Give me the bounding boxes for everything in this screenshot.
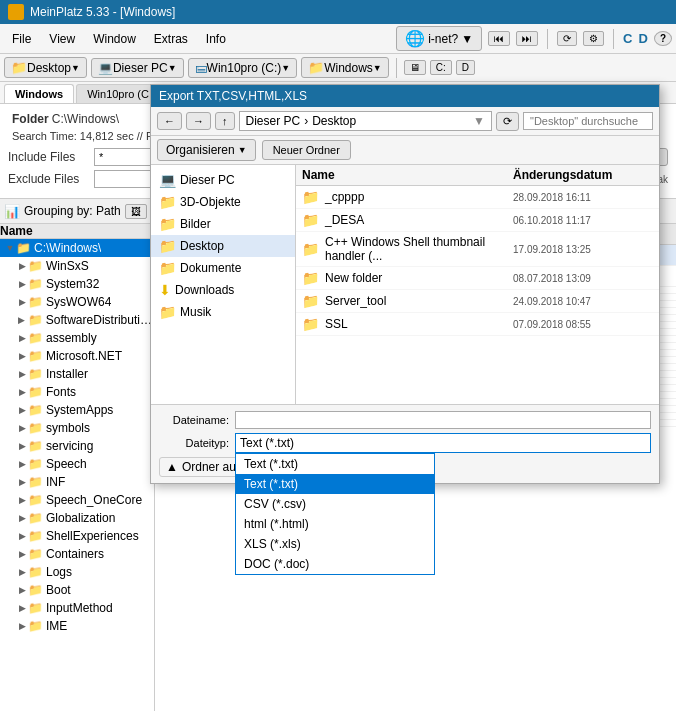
menu-window[interactable]: Window — [85, 29, 144, 49]
tree-label: Boot — [46, 583, 71, 597]
dialog-refresh-btn[interactable]: ⟳ — [496, 112, 519, 131]
tree-folder-icon: 📁 — [159, 260, 176, 276]
filetype-option-txt2[interactable]: Text (*.txt) — [236, 474, 434, 494]
dialog-file-item[interactable]: 📁_DESA06.10.2018 11:17 — [296, 209, 659, 232]
dialog-tree-bilder[interactable]: 📁Bilder — [151, 213, 295, 235]
tree-item[interactable]: ▶📁Installer — [0, 365, 154, 383]
tree-item[interactable]: ▶📁Boot — [0, 581, 154, 599]
dialog-file-item[interactable]: 📁Server_tool24.09.2018 10:47 — [296, 290, 659, 313]
monitor-btn[interactable]: 🖥 — [404, 60, 426, 75]
dialog-breadcrumb[interactable]: Dieser PC › Desktop ▼ — [239, 111, 493, 131]
tree-item[interactable]: ▶📁WinSxS — [0, 257, 154, 275]
chevron-up-icon: ▲ — [166, 460, 178, 474]
dialog-file-item[interactable]: 📁New folder08.07.2018 13:09 — [296, 267, 659, 290]
group-icon: 📊 — [4, 204, 20, 219]
filetype-option-txt1[interactable]: Text (*.txt) — [236, 454, 434, 474]
organize-button[interactable]: Organisieren ▼ — [157, 139, 256, 161]
tree-item[interactable]: ▶📁SysWOW64 — [0, 293, 154, 311]
tree-item[interactable]: ▶📁SoftwareDistribution — [0, 311, 154, 329]
tree-label: System32 — [46, 277, 99, 291]
folder-icon: 📁 — [28, 529, 43, 543]
tree-item[interactable]: ▶📁Speech — [0, 455, 154, 473]
tree-item[interactable]: ▶📁Microsoft.NET — [0, 347, 154, 365]
hdd-btn2[interactable]: D — [456, 60, 475, 75]
file-name: New folder — [325, 271, 507, 285]
dialog-tree-desktop[interactable]: 📁Desktop — [151, 235, 295, 257]
pc-dropdown[interactable]: 💻 Dieser PC ▼ — [91, 58, 184, 78]
filetype-option-csv[interactable]: CSV (*.csv) — [236, 494, 434, 514]
filetype-option-html[interactable]: html (*.html) — [236, 514, 434, 534]
dialog-tree-dokumente[interactable]: 📁Dokumente — [151, 257, 295, 279]
dialog-action-bar: Organisieren ▼ Neuer Ordner — [151, 136, 659, 165]
sep2 — [613, 29, 614, 49]
tree-item[interactable]: ▶📁ShellExperiences — [0, 527, 154, 545]
tree-item[interactable]: ▶📁symbols — [0, 419, 154, 437]
dialog-file-item[interactable]: 📁SSL07.09.2018 08:55 — [296, 313, 659, 336]
folder-icon: 📁 — [28, 583, 43, 597]
dialog-tree: 💻Dieser PC📁3D-Objekte📁Bilder📁Desktop📁Dok… — [151, 165, 296, 404]
tree-item[interactable]: ▶📁Globalization — [0, 509, 154, 527]
tree-item[interactable]: ▶📁Speech_OneCore — [0, 491, 154, 509]
folder-icon: 📁 — [28, 547, 43, 561]
hdd-btn[interactable]: C: — [430, 60, 452, 75]
folder-dropdown[interactable]: 📁 Windows ▼ — [301, 57, 389, 78]
tree-item[interactable]: ▼📁C:\Windows\ — [0, 239, 154, 257]
tree-item[interactable]: ▶📁Logs — [0, 563, 154, 581]
nav-back[interactable]: ⏮ — [488, 31, 510, 46]
drive-dropdown[interactable]: 🖴 Win10pro (C:) ▼ — [188, 58, 298, 78]
file-folder-icon: 📁 — [302, 241, 319, 257]
chevron-icon: ▼ — [461, 32, 473, 46]
settings-btn[interactable]: ⚙ — [583, 31, 604, 46]
file-date: 28.09.2018 16:11 — [513, 192, 653, 203]
filetype-option-doc[interactable]: DOC (*.doc) — [236, 554, 434, 574]
filetype-dropdown: Text (*.txt) Text (*.txt) CSV (*.csv) ht… — [235, 453, 435, 575]
tree-items: ▼📁C:\Windows\▶📁WinSxS▶📁System32▶📁SysWOW6… — [0, 239, 154, 635]
nav-forward[interactable]: ⏭ — [516, 31, 538, 46]
desktop-dropdown[interactable]: 📁 Desktop ▼ — [4, 57, 87, 78]
expand-icon: ▶ — [16, 441, 28, 451]
refresh-btn[interactable]: ⟳ — [557, 31, 577, 46]
menu-view[interactable]: View — [41, 29, 83, 49]
dialog-tree-3d-objekte[interactable]: 📁3D-Objekte — [151, 191, 295, 213]
menu-file[interactable]: File — [4, 29, 39, 49]
dialog-up-btn[interactable]: ↑ — [215, 112, 235, 130]
image-btn[interactable]: 🖼 — [125, 204, 147, 219]
filetype-option-xls[interactable]: XLS (*.xls) — [236, 534, 434, 554]
tree-label: INF — [46, 475, 65, 489]
new-folder-button[interactable]: Neuer Ordner — [262, 140, 351, 160]
dialog-tree-musik[interactable]: 📁Musik — [151, 301, 295, 323]
menu-extras[interactable]: Extras — [146, 29, 196, 49]
tree-item[interactable]: ▶📁System32 — [0, 275, 154, 293]
tree-item[interactable]: ▶📁servicing — [0, 437, 154, 455]
dialog-tree-dieser-pc[interactable]: 💻Dieser PC — [151, 169, 295, 191]
grouping-label: Grouping by: Path — [24, 204, 121, 218]
tree-item[interactable]: ▶📁IME — [0, 617, 154, 635]
dialog-file-item[interactable]: 📁_cpppp28.09.2018 16:11 — [296, 186, 659, 209]
tree-item[interactable]: ▶📁SystemApps — [0, 401, 154, 419]
dialog-search-input[interactable] — [523, 112, 653, 130]
dialog-file-header: Name Änderungsdatum — [296, 165, 659, 186]
expand-icon: ▶ — [16, 333, 28, 343]
tree-item[interactable]: ▶📁Fonts — [0, 383, 154, 401]
menu-info[interactable]: Info — [198, 29, 234, 49]
dialog-tree-downloads[interactable]: ⬇Downloads — [151, 279, 295, 301]
dialog-forward-btn[interactable]: → — [186, 112, 211, 130]
filetype-select[interactable]: Text (*.txt) — [235, 433, 651, 453]
tree-item[interactable]: ▶📁INF — [0, 473, 154, 491]
filename-input[interactable] — [235, 411, 651, 429]
tree-item[interactable]: ▶📁Containers — [0, 545, 154, 563]
inet-button[interactable]: 🌐 i-net? ▼ — [396, 26, 482, 51]
tree-item[interactable]: ▶📁InputMethod — [0, 599, 154, 617]
folder-icon: 📁 — [28, 313, 43, 327]
tree-item[interactable]: ▶📁assembly — [0, 329, 154, 347]
tab-windows[interactable]: Windows — [4, 84, 74, 103]
dialog-file-item[interactable]: 📁C++ Windows Shell thumbnail handler (..… — [296, 232, 659, 267]
dialog-tree-label: Dieser PC — [180, 173, 235, 187]
export-dialog: Export TXT,CSV,HTML,XLS ← → ↑ Dieser PC … — [150, 84, 660, 484]
breadcrumb-pc: Dieser PC — [246, 114, 301, 128]
help-btn[interactable]: ? — [654, 31, 672, 46]
dialog-title-bar: Export TXT,CSV,HTML,XLS — [151, 85, 659, 107]
tree-folder-icon: 📁 — [159, 238, 176, 254]
dialog-back-btn[interactable]: ← — [157, 112, 182, 130]
file-folder-icon: 📁 — [302, 293, 319, 309]
